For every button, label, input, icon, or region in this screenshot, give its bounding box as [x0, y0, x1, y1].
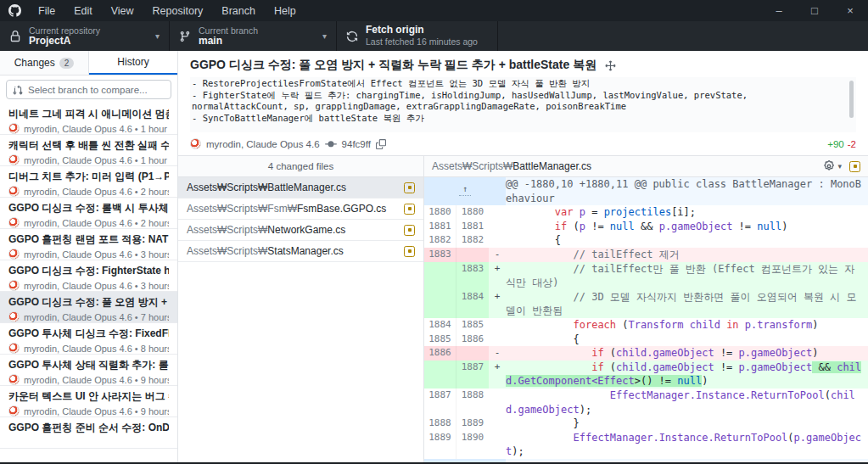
file-name: NetworkGame.cs [267, 224, 345, 236]
diff-file-dir: Assets₩Scripts₩ [432, 160, 512, 172]
tab-changes[interactable]: Changes 2 [0, 51, 89, 75]
commit-item-meta-text: myrodin, Claude Opus 4.6 • 9 hours a... [24, 406, 169, 416]
file-row[interactable]: Assets₩Scripts₩NetworkGame.cs [178, 220, 423, 241]
commit-list-item[interactable]: 디버그 치트 추가: 미러 입력 (P1→P2 ...myrodin, Clau… [0, 166, 177, 198]
commit-sha[interactable]: 94fc9ff [342, 139, 371, 149]
commit-list-item[interactable]: GGPO 투사체 상태 직렬화 추가: 롤백 ...myrodin, Claud… [0, 355, 177, 386]
menu-branch[interactable]: Branch [212, 0, 265, 21]
commit-meta-row: myrodin, Claude Opus 4.6 94fc9ff +90-2 [190, 132, 856, 155]
menu-repository[interactable]: Repository [143, 0, 213, 21]
commit-item-meta-text: myrodin, Claude Opus 4.6 • 2 hours a... [24, 187, 169, 197]
chevron-down-icon: ▾ [837, 162, 842, 171]
file-name: FsmBase.GGPO.cs [297, 203, 386, 215]
menu-view[interactable]: View [102, 0, 143, 21]
file-name: BattleManager.cs [267, 182, 346, 193]
description-line: - RestoreProjectilesFromState에서 Effect 컴… [192, 78, 844, 90]
avatar [8, 374, 20, 385]
commit-list-item[interactable]: 캐릭터 선택 후 배틀 씬 전환 실패 수정:...myrodin, Claud… [0, 135, 177, 166]
diff-marker [489, 220, 506, 234]
copy-icon[interactable] [376, 139, 386, 149]
diff-marker [489, 333, 506, 347]
deletions-count: -2 [848, 139, 856, 149]
avatar [8, 249, 20, 260]
compare-branch-input[interactable]: Select branch to compare... [6, 80, 171, 99]
menu-file[interactable]: File [29, 0, 64, 21]
code-line: } [506, 416, 868, 431]
sidebar: Changes 2 History Select branch to compa… [0, 51, 178, 462]
expand-up-button[interactable]: ↑ [424, 177, 506, 205]
commit-item-meta: myrodin, Claude Opus 4.6 • 1 hour ago [8, 154, 169, 165]
commit-item-title: GGPO 디싱크 수정: 풀 오염 방지 + 직... [8, 295, 169, 310]
diff-row-ctx: 18801880 var p = projectiles[i]; [424, 205, 868, 220]
expand-arrow-icon: ↑ [462, 185, 468, 193]
commit-list-item[interactable]: 카운터 텍스트 UI 안 사라지는 버그 수정myrodin, Claude O… [0, 386, 177, 417]
file-path: Assets₩Scripts₩Fsm₩FsmBase.GGPO.cs [187, 203, 386, 215]
file-row[interactable]: Assets₩Scripts₩BattleManager.cs [178, 177, 423, 198]
minimize-button[interactable]: – [761, 0, 797, 21]
current-branch-button[interactable]: Current branch main ▾ [170, 21, 337, 51]
diff-marker [489, 205, 506, 220]
diff-marker: + [489, 262, 506, 290]
additions-count: +90 [827, 139, 844, 149]
avatar [8, 154, 20, 165]
commit-item-meta-text: myrodin, Claude Opus 4.6 • 3 hours a... [24, 281, 169, 291]
diff-row-add: 1887+ if (child.gameObject != p.gameObje… [424, 361, 868, 389]
diff-marker: + [489, 290, 506, 318]
expand-down-button[interactable]: ↓ [424, 459, 506, 462]
current-repository-button[interactable]: Current repository ProjectA ▾ [0, 21, 170, 51]
file-row[interactable]: Assets₩Scripts₩Fsm₩FsmBase.GGPO.cs [178, 198, 423, 220]
avatar [8, 217, 20, 228]
content-area: Changes 2 History Select branch to compa… [0, 51, 868, 462]
menu-edit[interactable]: Edit [64, 0, 102, 21]
maximize-button[interactable]: □ [797, 0, 832, 21]
tab-history[interactable]: History [89, 51, 177, 75]
code-line: // tailEffect만 풀 반환 (Effect 컴포넌트가 있는 자식만… [506, 262, 868, 290]
diff-row-add: 1884+ // 3D 모델 자식까지 반환하면 풀이 오염되어 복원 시 모델… [424, 290, 868, 318]
code-line: { [506, 333, 868, 347]
old-line-number: 1885 [424, 333, 456, 347]
modified-status-icon [404, 182, 415, 193]
commit-list-item[interactable]: GGPO 홀펀칭 랜덤 포트 적용: NAT 매...myrodin, Clau… [0, 229, 177, 260]
move-icon[interactable] [605, 60, 616, 71]
commit-item-title: 카운터 텍스트 UI 안 사라지는 버그 수정 [8, 389, 169, 404]
commit-list-item[interactable]: GGPO 홀펀칭 준비 순서 수정: OnDestr... [0, 417, 177, 449]
commit-item-meta-text: myrodin, Claude Opus 4.6 • 9 hours a... [24, 375, 169, 385]
new-line-number: 1880 [456, 205, 489, 220]
old-line-number: 1883 [424, 248, 456, 262]
diff-row-expand: ↓ [424, 459, 868, 462]
commit-list-item[interactable]: GGPO 디싱크 수정: FighterState healt...myrodi… [0, 260, 177, 292]
commit-item-meta: myrodin, Claude Opus 4.6 • 2 hours a... [8, 186, 169, 197]
commit-author: myrodin, Claude Opus 4.6 [206, 139, 320, 149]
commit-item-meta-text: myrodin, Claude Opus 4.6 • 3 hours a... [24, 249, 169, 260]
commit-item-title: 디버그 치트 추가: 미러 입력 (P1→P2 ... [8, 170, 169, 184]
compare-placeholder: Select branch to compare... [28, 85, 148, 95]
file-dir: Assets₩Scripts₩ [187, 182, 267, 193]
chevron-down-icon: ▾ [311, 31, 327, 41]
diff-content: ↑@@ -1880,10 +1880,11 @@ public class Ba… [424, 177, 868, 462]
repository-name: ProjectA [29, 35, 70, 47]
description-scrollbar[interactable] [849, 81, 854, 118]
fetch-origin-button[interactable]: Fetch origin Last fetched 16 minutes ago [337, 21, 498, 51]
commit-list-item[interactable]: GGPO 투사체 디싱크 수정: FixedFloat ...myrodin, … [0, 323, 177, 355]
changed-files-header: 4 changed files [178, 156, 423, 177]
close-button[interactable]: × [832, 0, 868, 21]
menu-help[interactable]: Help [265, 0, 305, 21]
diff-row-hunk: ↑@@ -1880,10 +1880,11 @@ public class Ba… [424, 177, 868, 205]
code-line: EffectManager.Instance.ReturnToPool(chil… [506, 389, 868, 416]
commit-list-item[interactable]: GGPO 디싱크 수정: 롤백 시 투사체 풀 ...myrodin, Clau… [0, 198, 177, 229]
commit-list-item[interactable]: GGPO 디싱크 수정: 풀 오염 방지 + 직...myrodin, Clau… [0, 292, 177, 323]
new-line-number: 1886 [456, 333, 489, 347]
old-line-number: 1888 [424, 416, 456, 431]
diff-marker [489, 431, 506, 459]
diff-row-ctx: 18841885 foreach (Transform child in p.t… [424, 318, 868, 333]
commit-item-meta: myrodin, Claude Opus 4.6 • 8 hours a... [8, 343, 169, 354]
code-line: // 3D 모델 자식까지 반환하면 풀이 오염되어 복원 시 모델이 반환됨 [506, 290, 868, 318]
commit-list-item[interactable]: 비네트 그네 피격 시 애니메이션 멈춤 ...myrodin, Claude … [0, 103, 177, 135]
code-line: foreach (Transform child in p.transform) [506, 318, 868, 333]
diff-options-button[interactable]: ▾ [823, 160, 842, 172]
commit-item-meta-text: myrodin, Claude Opus 4.6 • 1 hour ago [24, 124, 169, 134]
diff-marker [489, 233, 506, 248]
file-dir: Assets₩Scripts₩Fsm₩ [187, 203, 297, 215]
file-row[interactable]: Assets₩Scripts₩StatsManager.cs [178, 241, 423, 262]
new-line-number [456, 248, 489, 262]
